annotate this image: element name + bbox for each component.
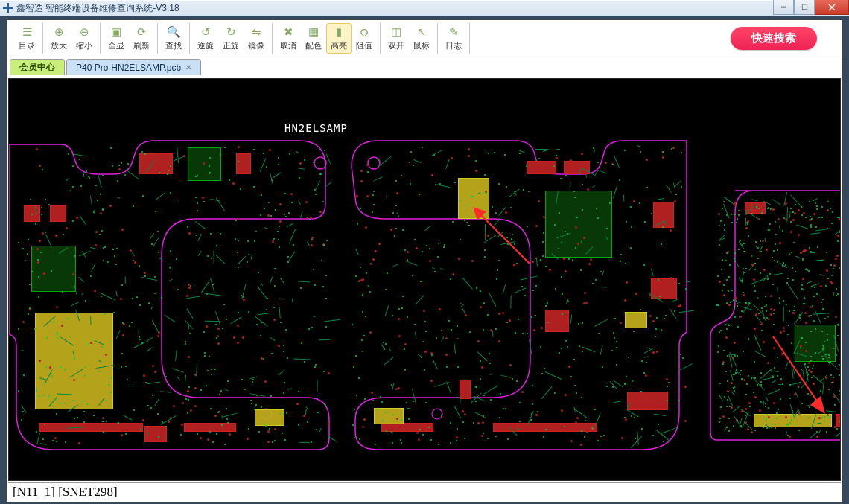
tool-阻值[interactable]: Ω阻值	[352, 23, 377, 54]
app-title: 鑫智造 智能终端设备维修查询系统-V3.18	[16, 2, 179, 15]
pcb-canvas[interactable]: HN2ELSAMP	[8, 78, 841, 481]
tool-icon: ◫	[389, 25, 403, 39]
tab-label: P40 Pro-HN2ELSAMP.pcb	[76, 63, 181, 73]
tool-icon: ▣	[109, 25, 123, 39]
tool-目录[interactable]: ☰目录	[14, 23, 39, 54]
tool-label: 目录	[19, 40, 35, 51]
tool-缩小[interactable]: ⊖缩小	[71, 23, 97, 54]
tab-pcb-file[interactable]: P40 Pro-HN2ELSAMP.pcb ✕	[66, 59, 201, 75]
tool-label: 日志	[445, 40, 462, 51]
chip-red	[50, 205, 66, 222]
tool-配色[interactable]: ▦配色	[301, 23, 326, 54]
maximize-button[interactable]: ☐	[794, 0, 815, 15]
tool-icon: ↻	[224, 25, 238, 39]
tool-label: 阻值	[356, 40, 372, 51]
tool-label: 逆旋	[197, 40, 214, 51]
tool-查找[interactable]: 🔍查找	[161, 23, 186, 54]
tool-label: 刷新	[133, 40, 150, 51]
status-net-label: [N11_1] [SNET298]	[13, 485, 118, 500]
tool-取消[interactable]: ✖取消	[276, 23, 301, 54]
svg-point-2	[314, 157, 326, 169]
tool-label: 全显	[108, 40, 124, 51]
svg-point-5	[432, 409, 442, 419]
tool-icon: ▦	[307, 25, 320, 39]
tool-label: 正旋	[223, 40, 239, 51]
tool-icon: ⟳	[135, 25, 148, 39]
chip-red	[627, 392, 668, 410]
tool-双开[interactable]: ◫双开	[384, 23, 409, 54]
connector-red	[39, 423, 143, 432]
toolbar: ☰目录⊕放大⊖缩小▣全显⟳刷新🔍查找↺逆旋↻正旋⇋镜像✖取消▦配色▮高亮Ω阻值◫…	[7, 20, 842, 57]
tool-label: 鼠标	[413, 40, 430, 51]
tool-icon: ✎	[447, 25, 460, 39]
annotation-arrow-1	[470, 204, 537, 273]
minimize-button[interactable]: ━	[773, 0, 794, 15]
chip-red	[236, 153, 251, 174]
tool-icon: Ω	[357, 25, 371, 39]
chip-yellow	[255, 409, 284, 426]
tool-label: 双开	[388, 40, 404, 51]
tool-日志[interactable]: ✎日志	[441, 23, 466, 54]
tool-icon: ☰	[20, 25, 34, 39]
tool-icon: ⇋	[249, 25, 263, 39]
svg-line-6	[479, 213, 530, 264]
tool-icon: 🔍	[167, 25, 180, 39]
svg-marker-9	[810, 396, 825, 414]
tool-鼠标[interactable]: ↖鼠标	[409, 23, 434, 54]
chip-green	[31, 246, 76, 292]
tool-刷新[interactable]: ⟳刷新	[129, 23, 154, 54]
tool-label: 镜像	[248, 40, 264, 51]
chip-red	[564, 161, 590, 174]
status-bar: [N11_1] [SNET298]	[8, 482, 841, 500]
chip-red	[139, 153, 173, 174]
tool-icon: ↖	[415, 25, 428, 39]
connector-red	[184, 423, 236, 432]
chip-red	[545, 310, 569, 332]
tool-label: 配色	[305, 40, 322, 51]
quick-search-button[interactable]: 快速搜索	[731, 27, 817, 50]
tool-icon: ⊕	[52, 25, 66, 39]
annotation-arrow-2	[767, 331, 834, 422]
window-controls: ━ ☐	[773, 0, 849, 15]
tool-icon: ▮	[332, 25, 346, 39]
tool-逆旋[interactable]: ↺逆旋	[193, 23, 218, 54]
chip-red	[460, 380, 471, 399]
tool-label: 缩小	[76, 40, 92, 51]
close-icon[interactable]: ✕	[185, 63, 191, 71]
chip-large-yellow	[35, 313, 113, 409]
chip-yellow	[374, 408, 404, 424]
tab-strip: 会员中心 P40 Pro-HN2ELSAMP.pcb ✕	[7, 57, 842, 75]
chip-red	[527, 161, 556, 174]
tool-label: 高亮	[331, 40, 347, 51]
tool-放大[interactable]: ⊕放大	[46, 23, 71, 54]
tool-icon: ✖	[282, 25, 295, 39]
close-button[interactable]	[815, 0, 849, 15]
tab-label: 会员中心	[19, 61, 55, 74]
tool-全显[interactable]: ▣全显	[104, 23, 129, 54]
tool-镜像[interactable]: ⇋镜像	[244, 23, 269, 54]
tool-正旋[interactable]: ↻正旋	[218, 23, 244, 54]
titlebar: 鑫智造 智能终端设备维修查询系统-V3.18	[0, 0, 849, 16]
tool-icon: ⊖	[77, 25, 91, 39]
app-icon	[3, 3, 13, 13]
tool-icon: ↺	[199, 25, 212, 39]
tool-label: 查找	[165, 40, 182, 51]
svg-line-8	[773, 336, 821, 406]
chip-yellow	[625, 312, 647, 328]
tool-label: 取消	[280, 40, 296, 51]
tool-label: 放大	[51, 40, 67, 51]
tool-高亮[interactable]: ▮高亮	[326, 23, 352, 54]
board-label: HN2ELSAMP	[284, 122, 348, 134]
app-frame: ☰目录⊕放大⊖缩小▣全显⟳刷新🔍查找↺逆旋↻正旋⇋镜像✖取消▦配色▮高亮Ω阻值◫…	[6, 19, 843, 503]
tab-member-center[interactable]: 会员中心	[10, 59, 65, 75]
